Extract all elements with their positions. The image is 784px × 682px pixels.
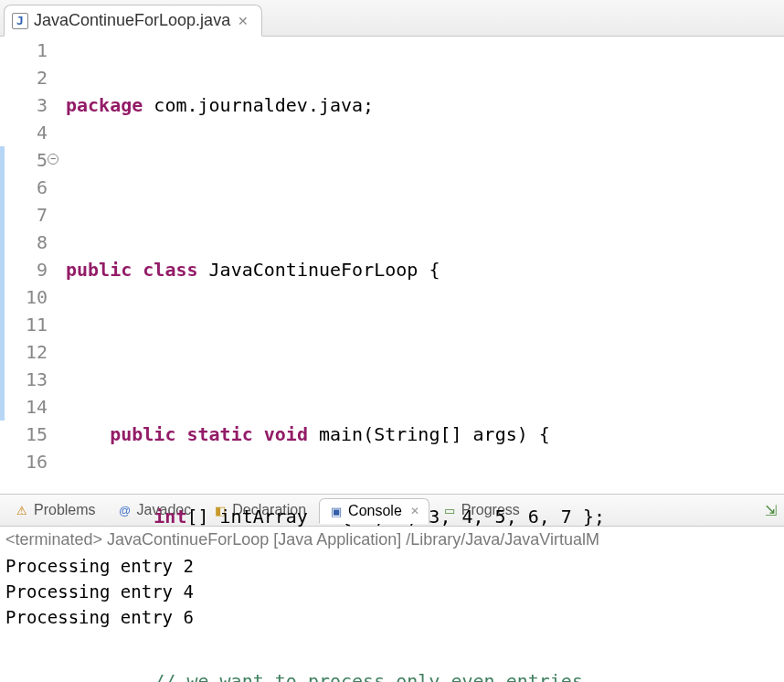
line-number: 7	[0, 201, 48, 229]
code-area[interactable]: package com.journaldev.java; public clas…	[53, 37, 784, 494]
line-number: 8	[0, 229, 48, 256]
line-number: 15	[0, 421, 48, 448]
line-number: 5−	[0, 146, 48, 174]
line-number: 11	[0, 311, 48, 338]
line-number: 3	[0, 91, 48, 119]
line-number: 14	[0, 393, 48, 421]
line-number: 12	[0, 338, 48, 366]
line-number: 6	[0, 174, 48, 201]
java-file-icon: J	[12, 13, 28, 29]
line-number: 2	[0, 64, 48, 91]
tab-console[interactable]: ▣ Console ✕	[319, 498, 429, 524]
line-number: 1	[0, 37, 48, 64]
line-number: 4	[0, 119, 48, 146]
close-icon[interactable]: ✕	[407, 505, 419, 517]
editor-tab[interactable]: J JavaContinueForLoop.java ✕	[4, 5, 262, 37]
line-number: 16	[0, 448, 48, 475]
close-icon[interactable]: ✕	[236, 14, 250, 28]
tab-label: Console	[348, 503, 402, 519]
code-editor[interactable]: 1 2 3 4 5− 6 7 8 9 10 11 12 13 14 15 16 …	[0, 37, 784, 494]
problems-icon: ⚠	[15, 503, 29, 517]
line-number: 9	[0, 256, 48, 283]
console-icon: ▣	[329, 504, 344, 518]
editor-tabbar: J JavaContinueForLoop.java ✕	[0, 0, 784, 37]
line-number-gutter: 1 2 3 4 5− 6 7 8 9 10 11 12 13 14 15 16	[0, 37, 53, 494]
line-number: 13	[0, 366, 48, 393]
line-number: 10	[0, 283, 48, 311]
editor-tab-filename: JavaContinueForLoop.java	[34, 11, 230, 30]
